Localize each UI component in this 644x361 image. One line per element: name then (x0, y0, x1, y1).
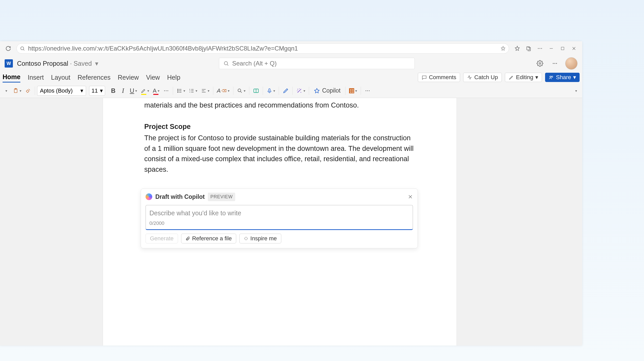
more-icon[interactable] (535, 44, 545, 53)
generate-button[interactable]: Generate (146, 234, 178, 243)
chevron-down-icon[interactable]: ▾ (95, 60, 98, 67)
svg-point-3 (540, 48, 540, 49)
svg-point-24 (366, 90, 366, 91)
tab-home[interactable]: Home (3, 72, 20, 83)
font-color-button[interactable]: A ▾ (151, 86, 161, 96)
italic-button[interactable]: I (118, 86, 128, 96)
numbered-list-icon (189, 88, 194, 94)
bullets-button[interactable]: ▾ (175, 86, 187, 96)
copilot-icon (314, 88, 320, 94)
pencil-icon (509, 75, 514, 80)
maximize-icon[interactable] (558, 44, 567, 53)
align-button[interactable]: ▾ (199, 86, 211, 96)
chevron-down-icon: ▾ (208, 89, 209, 93)
bold-button[interactable]: B (109, 86, 118, 96)
collections-icon[interactable] (524, 44, 533, 53)
favorites-icon[interactable] (513, 44, 522, 53)
share-button[interactable]: Share ▾ (545, 73, 580, 82)
designer-button[interactable]: ▾ (295, 86, 307, 96)
editor-pen-icon (283, 88, 289, 94)
find-button[interactable]: ▾ (235, 86, 247, 96)
url-bar[interactable]: https://onedrive.live.com/:w:/t/EaCKkPs6… (16, 43, 509, 54)
chevron-down-icon: ▾ (575, 89, 577, 93)
sparkle-wand-icon (296, 88, 302, 94)
paragraph-text: materials and the best practices and rec… (144, 100, 415, 111)
highlighter-icon (141, 88, 146, 94)
copilot-logo-icon (146, 193, 152, 200)
minimize-icon[interactable] (547, 44, 556, 53)
svg-point-6 (224, 62, 228, 65)
more-font-icon[interactable] (162, 86, 171, 96)
pulse-icon (467, 75, 472, 80)
chevron-down-icon: ▾ (147, 89, 149, 93)
grid-icon (349, 88, 354, 93)
document-title[interactable]: Contoso Proposal · Saved ▾ (17, 60, 98, 67)
reference-file-button[interactable]: Reference a file (181, 234, 236, 243)
more-icon[interactable] (550, 59, 560, 68)
close-icon[interactable] (408, 194, 413, 199)
search-icon (20, 46, 25, 51)
svg-point-26 (369, 90, 370, 91)
url-text: https://onedrive.live.com/:w:/t/EaCKkPs6… (28, 45, 497, 52)
font-name-select[interactable]: Aptos (Body) ▾ (37, 86, 86, 96)
tab-insert[interactable]: Insert (28, 73, 44, 82)
avatar[interactable] (565, 57, 578, 70)
chevron-down-icon: ▾ (20, 89, 21, 93)
char-counter: 0/2000 (149, 220, 409, 227)
numbering-button[interactable]: ▾ (187, 86, 199, 96)
tab-references[interactable]: References (78, 73, 111, 82)
editing-button[interactable]: Editing ▾ (505, 73, 542, 82)
magnify-icon (237, 88, 243, 94)
chevron-down-icon: ▾ (535, 74, 538, 81)
svg-point-16 (166, 90, 166, 91)
chevron-down-icon: ▾ (273, 89, 275, 93)
underline-button[interactable]: U▾ (128, 86, 139, 96)
chevron-down-icon: ▾ (100, 87, 103, 94)
word-logo: W (5, 59, 13, 68)
document-page[interactable]: materials and the best practices and rec… (103, 98, 456, 346)
sparkle-icon (244, 236, 248, 241)
paperclip-icon (185, 236, 190, 241)
collapse-ribbon-icon[interactable]: ▾ (571, 86, 581, 96)
tab-review[interactable]: Review (118, 73, 139, 82)
tab-layout[interactable]: Layout (51, 73, 70, 82)
align-icon (201, 88, 207, 94)
svg-point-18 (177, 89, 178, 90)
chevron-down-icon: ▾ (303, 89, 305, 93)
reload-icon[interactable] (4, 44, 13, 53)
immersive-reader-icon (253, 88, 259, 94)
settings-gear-icon[interactable] (535, 59, 545, 68)
immersive-reader-button[interactable] (251, 86, 261, 96)
tab-help[interactable]: Help (167, 73, 180, 82)
dictate-button[interactable]: ▾ (265, 86, 277, 96)
svg-point-21 (238, 89, 241, 92)
search-input[interactable]: Search (Alt + Q) (219, 58, 415, 69)
copilot-prompt-input[interactable] (149, 209, 409, 217)
search-icon (223, 61, 229, 66)
chevron-down-icon: ▾ (135, 89, 137, 93)
paste-button[interactable]: ▾ (11, 86, 23, 96)
inspire-me-button[interactable]: Inspire me (239, 234, 281, 243)
overflow-icon[interactable] (363, 86, 372, 96)
svg-rect-5 (561, 47, 564, 50)
preview-badge: PREVIEW (208, 193, 235, 201)
close-icon[interactable] (569, 44, 579, 53)
format-painter-button[interactable] (23, 86, 33, 96)
svg-point-15 (164, 90, 165, 91)
undo-split-button[interactable]: ▾ (2, 86, 11, 96)
copilot-ribbon-button[interactable]: Copilot (311, 86, 343, 96)
add-ins-button[interactable]: ▾ (348, 86, 359, 96)
chevron-down-icon: ▾ (228, 89, 230, 93)
catch-up-button[interactable]: Catch Up (463, 73, 502, 82)
svg-point-10 (556, 63, 557, 64)
svg-point-7 (539, 63, 541, 64)
highlight-button[interactable]: ▾ (139, 86, 151, 96)
chevron-down-icon: ▾ (355, 89, 357, 93)
clear-formatting-button[interactable]: A⌫ ▾ (215, 86, 231, 96)
comments-button[interactable]: Comments (418, 73, 460, 82)
tab-view[interactable]: View (146, 73, 160, 82)
star-plus-icon[interactable] (501, 46, 506, 51)
font-size-select[interactable]: 11 ▾ (89, 86, 105, 96)
editor-button[interactable] (281, 86, 290, 96)
chevron-down-icon: ▾ (244, 89, 245, 93)
